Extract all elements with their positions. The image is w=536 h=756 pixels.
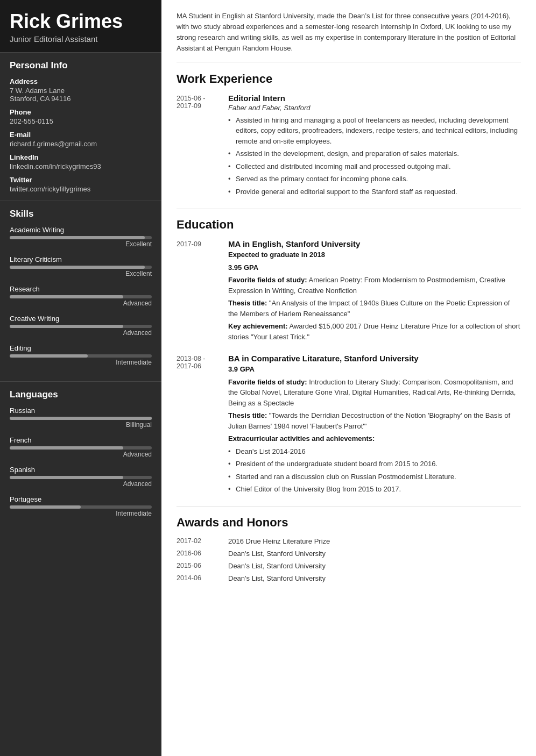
edu-entry: 2017-09 MA in English, Stanford Universi… — [177, 239, 521, 344]
edu-title: BA in Comparative Litarature, Stanford U… — [228, 354, 521, 363]
award-name: Dean's List, Stanford University — [228, 550, 326, 558]
edu-body: MA in English, Stanford University Expec… — [228, 239, 521, 344]
language-name: French — [10, 436, 152, 444]
skill-bar-fill — [10, 354, 88, 358]
skill-bar-bg — [10, 295, 152, 298]
edu-date: 2017-09 — [177, 239, 220, 344]
skills-title: Skills — [10, 209, 152, 219]
language-item: Spanish Advanced — [10, 466, 152, 488]
edu-date: 2013-08 - 2017-06 — [177, 354, 220, 497]
email-label: E-mail — [10, 131, 152, 139]
work-bullet: Assisted in the development, design, and… — [228, 148, 521, 159]
skill-item: Literary Criticism Excellent — [10, 255, 152, 277]
edu-field: Favorite fields of study: American Poetr… — [228, 275, 521, 296]
edu-field: Thesis title: "An Analysis of the Impact… — [228, 298, 521, 319]
work-bullet: Provide general and editorial support to… — [228, 187, 521, 197]
award-name: Dean's List, Stanford University — [228, 562, 326, 570]
award-row: 2016-06 Dean's List, Stanford University — [177, 550, 521, 558]
edu-field: Favorite fields of study: Introduction t… — [228, 377, 521, 409]
education-section: Education 2017-09 MA in English, Stanfor… — [177, 218, 521, 497]
skills-list: Academic Writing Excellent Literary Crit… — [10, 226, 152, 366]
edu-field: Expected to graduate in 2018 — [228, 249, 521, 260]
skill-name: Literary Criticism — [10, 255, 152, 263]
edu-field: Thesis title: "Towards the Derridian Dec… — [228, 410, 521, 431]
language-bar-bg — [10, 505, 152, 509]
skill-bar-fill — [10, 295, 123, 298]
edu-field: 3.9 GPA — [228, 364, 521, 375]
work-experience-section: Work Experience 2015-06 - 2017-09 Editor… — [177, 72, 521, 199]
personal-info-section: Personal Info Address 7 W. Adams Lane St… — [0, 52, 161, 201]
work-bullet: Collected and distributed incoming mail … — [228, 161, 521, 172]
work-entry: 2015-06 - 2017-09 Editorial Intern Faber… — [177, 94, 521, 199]
edu-field: Key achievement: Awarded $15,000 2017 Dr… — [228, 321, 521, 342]
edu-entry: 2013-08 - 2017-06 BA in Comparative Lita… — [177, 354, 521, 497]
languages-list: Russian Billingual French Advanced Spani… — [10, 406, 152, 517]
work-bullet: Assisted in hiring and managing a pool o… — [228, 115, 521, 147]
language-level: Advanced — [10, 451, 152, 458]
work-entries: 2015-06 - 2017-09 Editorial Intern Faber… — [177, 94, 521, 199]
phone-value: 202-555-0115 — [10, 117, 152, 125]
language-bar-fill — [10, 476, 123, 479]
edu-field: 3.95 GPA — [228, 262, 521, 273]
personal-info-title: Personal Info — [10, 60, 152, 71]
language-name: Spanish — [10, 466, 152, 474]
skill-bar-fill — [10, 266, 145, 269]
edu-bullet: Started and ran a discussion club on Rus… — [228, 472, 521, 482]
work-body: Editorial Intern Faber and Faber, Stanfo… — [228, 94, 521, 199]
divider-1 — [177, 209, 521, 209]
email-value: richard.f.grimes@gmail.com — [10, 140, 152, 148]
edu-bullet: Dean's List 2014-2016 — [228, 446, 521, 457]
language-name: Portugese — [10, 495, 152, 503]
education-title: Education — [177, 218, 521, 232]
sidebar: Rick Grimes Junior Editorial Assistant P… — [0, 0, 161, 756]
awards-title: Awards and Honors — [177, 516, 521, 530]
skill-name: Academic Writing — [10, 226, 152, 234]
skill-name: Creative Writing — [10, 315, 152, 323]
edu-bullet: President of the undergraduate student b… — [228, 459, 521, 469]
language-level: Billingual — [10, 421, 152, 429]
language-level: Intermediate — [10, 510, 152, 517]
language-name: Russian — [10, 406, 152, 415]
address-line1: 7 W. Adams Lane — [10, 87, 152, 95]
main-content: MA Student in English at Stanford Univer… — [161, 0, 536, 756]
language-item: French Advanced — [10, 436, 152, 458]
award-row: 2014-06 Dean's List, Stanford University — [177, 574, 521, 582]
language-level: Advanced — [10, 480, 152, 488]
skill-bar-fill — [10, 236, 145, 239]
edu-field: Extracurricular activities and achieveme… — [228, 433, 521, 444]
skill-level: Advanced — [10, 299, 152, 307]
edu-title: MA in English, Stanford University — [228, 239, 521, 248]
candidate-title: Junior Editorial Assistant — [10, 34, 152, 44]
languages-title: Languages — [10, 389, 152, 400]
summary: MA Student in English at Stanford Univer… — [177, 11, 521, 62]
linkedin-label: LinkedIn — [10, 153, 152, 161]
skill-bar-bg — [10, 266, 152, 269]
language-bar-bg — [10, 446, 152, 450]
award-row: 2015-06 Dean's List, Stanford University — [177, 562, 521, 570]
edu-body: BA in Comparative Litarature, Stanford U… — [228, 354, 521, 497]
award-date: 2014-06 — [177, 574, 220, 582]
skill-item: Research Advanced — [10, 285, 152, 307]
skill-name: Research — [10, 285, 152, 293]
language-bar-bg — [10, 417, 152, 420]
address-label: Address — [10, 77, 152, 85]
work-bullet: Served as the primary contact for incomi… — [228, 174, 521, 184]
language-bar-bg — [10, 476, 152, 479]
skill-item: Creative Writing Advanced — [10, 315, 152, 337]
work-date: 2015-06 - 2017-09 — [177, 94, 220, 199]
language-bar-fill — [10, 505, 81, 509]
language-bar-fill — [10, 417, 152, 420]
skill-level: Excellent — [10, 270, 152, 277]
linkedin-value: linkedin.com/in/rickygrimes93 — [10, 162, 152, 170]
skill-bar-bg — [10, 354, 152, 358]
skill-level: Intermediate — [10, 359, 152, 366]
award-date: 2017-02 — [177, 537, 220, 545]
skill-bar-bg — [10, 325, 152, 328]
skill-item: Academic Writing Excellent — [10, 226, 152, 248]
work-subtitle: Faber and Faber, Stanford — [228, 104, 521, 112]
awards-list: 2017-02 2016 Drue Heinz Literature Prize… — [177, 537, 521, 582]
language-item: Portugese Intermediate — [10, 495, 152, 517]
skill-name: Editing — [10, 344, 152, 352]
candidate-name: Rick Grimes — [10, 11, 152, 32]
edu-bullet: Chief Editor of the University Blog from… — [228, 484, 521, 495]
